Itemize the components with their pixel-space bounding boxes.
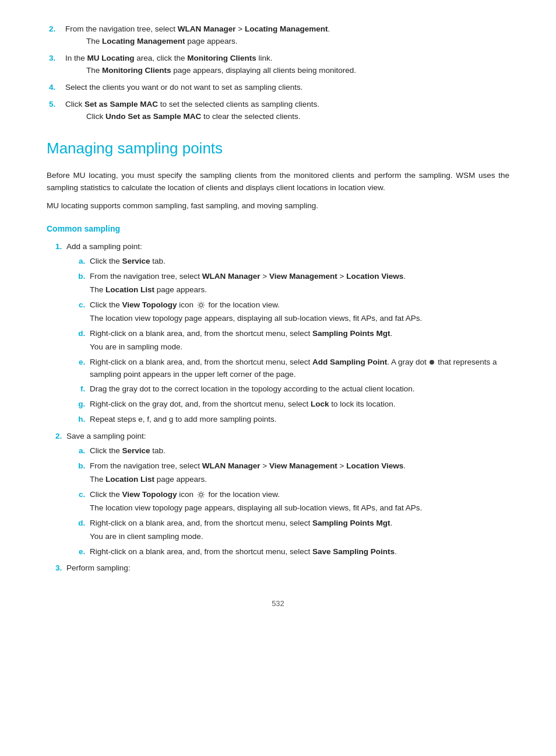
step-2e: Right-click on a blank area, and, from t… xyxy=(87,546,509,558)
svg-line-7 xyxy=(203,303,204,304)
step-2d-sub: You are in client sampling mode. xyxy=(90,531,509,543)
step-1a: Click the Service tab. xyxy=(87,256,509,268)
step-2-number: 2. xyxy=(49,23,65,48)
step-3-sub: The Monitoring Clients page appears, dis… xyxy=(86,65,356,77)
svg-line-6 xyxy=(203,307,204,308)
svg-line-5 xyxy=(198,303,199,304)
step-2c: Click the View Topology icon xyxy=(87,489,509,514)
step-1d-sub: You are in sampling mode. xyxy=(90,341,509,354)
intro-para-1: Before MU locating, you must specify the… xyxy=(47,170,509,194)
step-4-number: 4. xyxy=(49,82,65,94)
page-number: 532 xyxy=(47,598,509,610)
step-1b: From the navigation tree, select WLAN Ma… xyxy=(87,271,509,296)
svg-line-17 xyxy=(198,496,199,498)
step-1h: Repeat steps e, f, and g to add more sam… xyxy=(87,414,509,426)
step-2-sub: The Locating Management page appears. xyxy=(86,36,330,48)
svg-point-0 xyxy=(199,304,202,307)
bullet-dot-1 xyxy=(430,360,434,365)
step-1e: Right-click on a blank area, and, from t… xyxy=(87,356,509,381)
svg-line-15 xyxy=(203,496,204,498)
step-1g: Right-click on the gray dot, and, from t… xyxy=(87,398,509,411)
main-step-3: Perform sampling: xyxy=(64,562,509,575)
step-1c: Click the View Topology icon xyxy=(87,299,509,325)
intro-para-2: MU locating supports common sampling, fa… xyxy=(47,200,509,212)
step-1f: Drag the gray dot to the correct locatio… xyxy=(87,383,509,396)
common-sampling-title: Common sampling xyxy=(47,223,509,236)
step-2c-sub: The location view topology page appears,… xyxy=(90,502,509,514)
step-2-text: From the navigation tree, select WLAN Ma… xyxy=(65,24,330,33)
section-title: Managing sampling points xyxy=(47,136,509,160)
view-topology-icon-2 xyxy=(197,491,205,499)
svg-line-14 xyxy=(198,492,199,494)
step-1b-sub: The Location List page appears. xyxy=(90,284,509,296)
main-step-1-label: Add a sampling point: xyxy=(66,242,142,251)
main-step-1: Add a sampling point: Click the Service … xyxy=(64,241,509,426)
svg-line-8 xyxy=(198,307,199,308)
step-4-text: Select the clients you want or do not wa… xyxy=(65,83,302,92)
svg-point-9 xyxy=(199,494,202,496)
svg-line-16 xyxy=(203,492,204,494)
step-1d: Right-click on a blank area, and, from t… xyxy=(87,328,509,354)
main-step-2: Save a sampling point: Click the Service… xyxy=(64,430,509,558)
main-step-3-label: Perform sampling: xyxy=(66,564,131,572)
step-2d: Right-click on a blank area, and, from t… xyxy=(87,517,509,543)
step-5-number: 5. xyxy=(49,99,65,123)
step-2b: From the navigation tree, select WLAN Ma… xyxy=(87,460,509,486)
step-2a: Click the Service tab. xyxy=(87,445,509,457)
step-5-sub: Click Undo Set as Sample MAC to clear th… xyxy=(86,111,319,123)
step-5-text: Click Set as Sample MAC to set the selec… xyxy=(65,100,319,108)
step-2b-sub: The Location List page appears. xyxy=(90,474,509,486)
step-1c-sub: The location view topology page appears,… xyxy=(90,313,509,325)
main-step-2-label: Save a sampling point: xyxy=(66,432,146,440)
step-3-text: In the MU Locating area, click the Monit… xyxy=(65,54,273,62)
step-3-number: 3. xyxy=(49,52,65,77)
view-topology-icon-1 xyxy=(197,301,205,309)
